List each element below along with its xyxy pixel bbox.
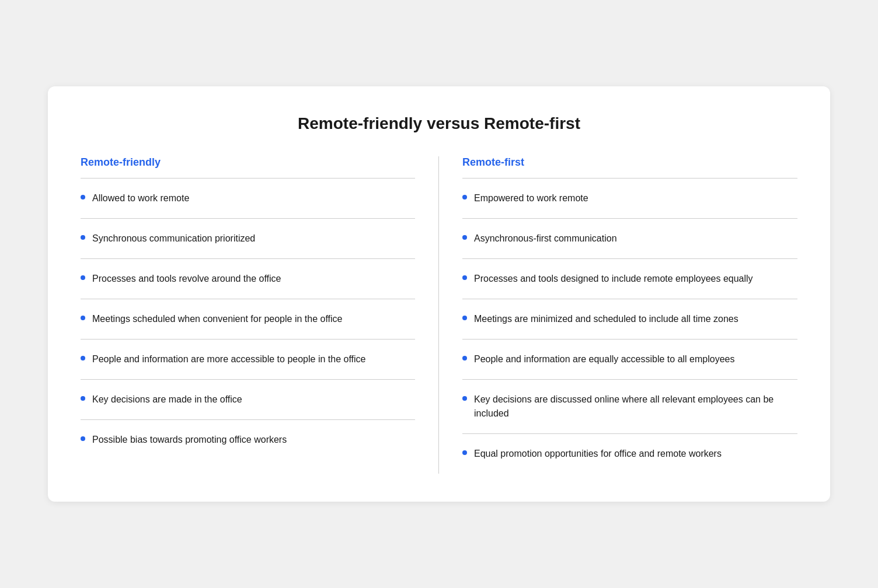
list-item: Meetings are minimized and scheduled to … <box>462 299 797 340</box>
list-item: Key decisions are discussed online where… <box>462 380 797 434</box>
list-item: Asynchronous-first communication <box>462 219 797 259</box>
list-item: People and information are equally acces… <box>462 340 797 380</box>
page-title: Remote-friendly versus Remote-first <box>81 114 797 133</box>
item-text: Meetings scheduled when convenient for p… <box>92 312 342 326</box>
bullet-icon <box>81 316 85 320</box>
bullet-icon <box>81 396 85 401</box>
bullet-icon <box>81 235 85 240</box>
list-item: Possible bias towards promoting office w… <box>81 420 415 460</box>
list-item: Meetings scheduled when convenient for p… <box>81 299 415 340</box>
bullet-icon <box>462 450 467 455</box>
item-text: Meetings are minimized and scheduled to … <box>474 312 738 326</box>
bullet-icon <box>462 316 467 320</box>
comparison-grid: Remote-friendly Allowed to work remoteSy… <box>81 156 797 474</box>
bullet-icon <box>81 275 85 280</box>
list-item: Processes and tools designed to include … <box>462 259 797 299</box>
remote-first-column: Remote-first Empowered to work remoteAsy… <box>439 156 797 474</box>
list-item: Allowed to work remote <box>81 178 415 219</box>
item-text: Allowed to work remote <box>92 191 189 205</box>
list-item: Empowered to work remote <box>462 178 797 219</box>
item-text: Processes and tools revolve around the o… <box>92 272 281 286</box>
bullet-icon <box>462 396 467 401</box>
bullet-icon <box>462 235 467 240</box>
bullet-icon <box>462 275 467 280</box>
list-item: Synchronous communication prioritized <box>81 219 415 259</box>
remote-friendly-column: Remote-friendly Allowed to work remoteSy… <box>81 156 439 474</box>
bullet-icon <box>81 436 85 441</box>
bullet-icon <box>462 195 467 200</box>
item-text: Equal promotion opportunities for office… <box>474 447 722 461</box>
list-item: Processes and tools revolve around the o… <box>81 259 415 299</box>
bullet-icon <box>462 356 467 360</box>
item-text: Key decisions are made in the office <box>92 393 242 407</box>
bullet-icon <box>81 356 85 360</box>
item-text: Processes and tools designed to include … <box>474 272 753 286</box>
item-text: Asynchronous-first communication <box>474 232 617 246</box>
remote-first-list: Empowered to work remoteAsynchronous-fir… <box>462 178 797 474</box>
item-text: People and information are equally acces… <box>474 352 734 366</box>
remote-friendly-list: Allowed to work remoteSynchronous commun… <box>81 178 415 460</box>
list-item: Key decisions are made in the office <box>81 380 415 420</box>
item-text: Empowered to work remote <box>474 191 588 205</box>
comparison-card: Remote-friendly versus Remote-first Remo… <box>48 86 830 502</box>
item-text: Possible bias towards promoting office w… <box>92 433 287 447</box>
remote-friendly-header: Remote-friendly <box>81 156 415 169</box>
list-item: People and information are more accessib… <box>81 340 415 380</box>
bullet-icon <box>81 195 85 200</box>
item-text: Key decisions are discussed online where… <box>474 393 797 421</box>
item-text: Synchronous communication prioritized <box>92 232 255 246</box>
list-item: Equal promotion opportunities for office… <box>462 434 797 474</box>
remote-first-header: Remote-first <box>462 156 797 169</box>
item-text: People and information are more accessib… <box>92 352 365 366</box>
